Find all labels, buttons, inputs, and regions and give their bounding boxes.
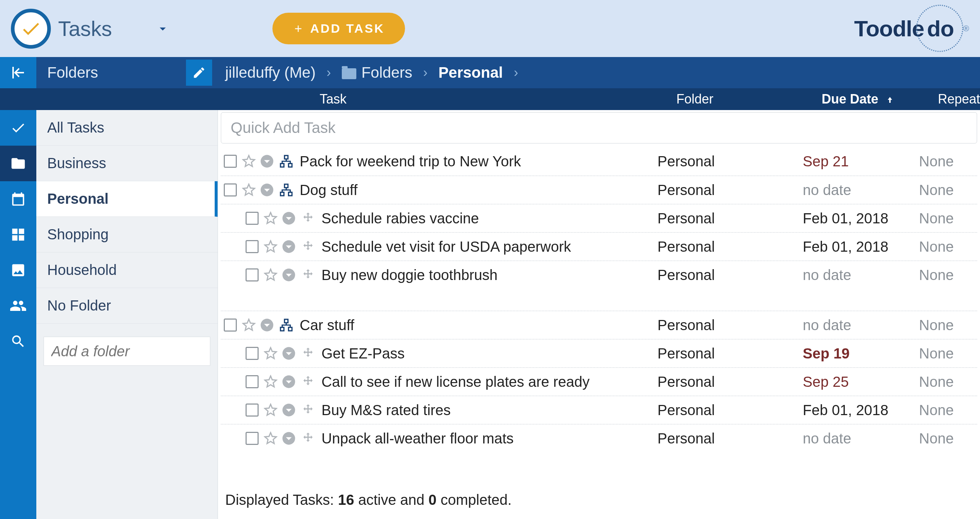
task-title[interactable]: Car stuff	[296, 317, 354, 333]
task-row[interactable]: Get EZ-PassPersonalSep 19None	[221, 339, 977, 367]
task-title[interactable]: Schedule rabies vaccine	[318, 210, 479, 227]
task-checkbox[interactable]	[245, 347, 259, 360]
rail-item-grid[interactable]	[0, 217, 36, 252]
task-due-date[interactable]: Feb 01, 2018	[803, 210, 919, 227]
star-icon[interactable]	[264, 240, 277, 253]
chevron-down-icon[interactable]	[282, 431, 296, 445]
task-folder[interactable]: Personal	[657, 430, 803, 447]
move-icon[interactable]	[301, 347, 315, 360]
task-row[interactable]: Call to see if new license plates are re…	[221, 367, 977, 395]
task-repeat[interactable]: None	[919, 374, 977, 390]
sidebar-item-business[interactable]: Business	[36, 146, 218, 181]
task-row[interactable]: Schedule vet visit for USDA paperworkPer…	[221, 232, 977, 260]
task-checkbox[interactable]	[245, 403, 259, 417]
task-checkbox[interactable]	[224, 318, 237, 331]
chevron-down-icon[interactable]	[282, 347, 296, 360]
column-repeat[interactable]: Repeat	[938, 92, 980, 107]
add-folder-input[interactable]	[44, 337, 210, 366]
task-due-date[interactable]: Feb 01, 2018	[803, 239, 919, 255]
task-title[interactable]: Dog stuff	[296, 182, 358, 198]
task-row[interactable]: Pack for weekend trip to New YorkPersona…	[221, 147, 977, 175]
sidebar-item-all-tasks[interactable]: All Tasks	[36, 110, 218, 146]
chevron-down-icon[interactable]	[260, 183, 274, 197]
task-folder[interactable]: Personal	[657, 210, 803, 227]
task-checkbox[interactable]	[245, 240, 259, 253]
edit-folders-button[interactable]	[186, 60, 212, 86]
quick-add-input[interactable]: Quick Add Task	[221, 112, 977, 143]
chevron-down-icon[interactable]	[282, 403, 296, 417]
task-repeat[interactable]: None	[919, 430, 977, 447]
task-folder[interactable]: Personal	[657, 317, 803, 333]
rail-item-contacts[interactable]	[0, 288, 36, 323]
move-icon[interactable]	[301, 431, 315, 445]
task-checkbox[interactable]	[245, 268, 259, 282]
move-icon[interactable]	[301, 375, 315, 388]
move-icon[interactable]	[301, 268, 315, 282]
column-task[interactable]: Task	[218, 92, 676, 107]
task-repeat[interactable]: None	[919, 153, 977, 170]
task-title[interactable]: Buy new doggie toothbrush	[318, 267, 498, 283]
task-repeat[interactable]: None	[919, 267, 977, 283]
rail-item-image[interactable]	[0, 252, 36, 288]
breadcrumb-current[interactable]: Personal	[438, 64, 503, 81]
rail-item-search[interactable]	[0, 323, 36, 359]
subtasks-icon[interactable]	[279, 183, 293, 197]
chevron-down-icon[interactable]	[282, 268, 296, 282]
task-checkbox[interactable]	[224, 155, 237, 168]
chevron-down-icon[interactable]	[260, 318, 274, 332]
collapse-sidebar-button[interactable]	[0, 57, 36, 88]
add-task-button[interactable]: ADD TASK	[272, 13, 405, 44]
task-checkbox[interactable]	[224, 183, 237, 196]
star-icon[interactable]	[242, 318, 256, 332]
task-checkbox[interactable]	[245, 432, 259, 445]
task-row[interactable]: Dog stuffPersonalno dateNone	[221, 175, 977, 204]
chevron-down-icon[interactable]	[156, 21, 170, 36]
rail-item-tasks[interactable]	[0, 110, 36, 146]
chevron-down-icon[interactable]	[282, 212, 296, 225]
chevron-down-icon[interactable]	[282, 240, 296, 253]
task-title[interactable]: Call to see if new license plates are re…	[318, 374, 590, 390]
task-due-date[interactable]: no date	[803, 267, 919, 283]
task-row[interactable]: Buy new doggie toothbrushPersonalno date…	[221, 260, 977, 289]
star-icon[interactable]	[242, 154, 256, 168]
task-row[interactable]: Schedule rabies vaccinePersonalFeb 01, 2…	[221, 204, 977, 232]
task-checkbox[interactable]	[245, 212, 259, 225]
task-repeat[interactable]: None	[919, 345, 977, 362]
task-folder[interactable]: Personal	[657, 402, 803, 419]
star-icon[interactable]	[264, 347, 277, 360]
star-icon[interactable]	[242, 183, 256, 197]
task-title[interactable]: Buy M&S rated tires	[318, 402, 451, 419]
task-title[interactable]: Pack for weekend trip to New York	[296, 153, 521, 170]
star-icon[interactable]	[264, 212, 277, 225]
sidebar-item-no-folder[interactable]: No Folder	[36, 288, 218, 323]
move-icon[interactable]	[301, 403, 315, 417]
sidebar-item-personal[interactable]: Personal	[36, 181, 218, 217]
column-due-date[interactable]: Due Date	[822, 92, 938, 107]
task-repeat[interactable]: None	[919, 182, 977, 198]
task-title[interactable]: Unpack all-weather floor mats	[318, 430, 514, 447]
rail-item-folders[interactable]	[0, 146, 36, 181]
task-due-date[interactable]: Sep 19	[803, 345, 919, 362]
move-icon[interactable]	[301, 212, 315, 225]
task-folder[interactable]: Personal	[657, 239, 803, 255]
task-due-date[interactable]: no date	[803, 317, 919, 333]
task-title[interactable]: Schedule vet visit for USDA paperwork	[318, 239, 571, 255]
task-due-date[interactable]: Sep 25	[803, 374, 919, 390]
task-title[interactable]: Get EZ-Pass	[318, 345, 405, 362]
star-icon[interactable]	[264, 375, 277, 388]
task-due-date[interactable]: no date	[803, 182, 919, 198]
task-due-date[interactable]: Sep 21	[803, 153, 919, 170]
chevron-down-icon[interactable]	[260, 154, 274, 168]
star-icon[interactable]	[264, 268, 277, 282]
task-folder[interactable]: Personal	[657, 374, 803, 390]
subtasks-icon[interactable]	[279, 318, 293, 332]
task-folder[interactable]: Personal	[657, 182, 803, 198]
move-icon[interactable]	[301, 240, 315, 253]
task-folder[interactable]: Personal	[657, 267, 803, 283]
star-icon[interactable]	[264, 403, 277, 417]
chevron-down-icon[interactable]	[282, 375, 296, 388]
breadcrumb-folders[interactable]: Folders	[342, 64, 412, 81]
task-folder[interactable]: Personal	[657, 345, 803, 362]
task-repeat[interactable]: None	[919, 317, 977, 333]
task-repeat[interactable]: None	[919, 239, 977, 255]
